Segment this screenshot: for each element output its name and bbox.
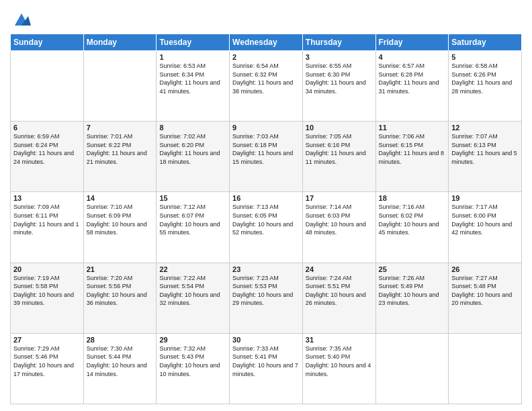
day-info: Sunrise: 7:19 AMSunset: 5:58 PMDaylight:… — [13, 274, 81, 308]
calendar-cell: 26Sunrise: 7:27 AMSunset: 5:48 PMDayligh… — [449, 263, 522, 333]
day-number: 31 — [306, 336, 373, 344]
calendar-cell: 7Sunrise: 7:01 AMSunset: 6:22 PMDaylight… — [83, 122, 157, 192]
page: SundayMondayTuesdayWednesdayThursdayFrid… — [0, 0, 532, 411]
day-info: Sunrise: 7:27 AMSunset: 5:48 PMDaylight:… — [451, 274, 519, 308]
calendar-cell: 16Sunrise: 7:13 AMSunset: 6:05 PMDayligh… — [230, 192, 303, 263]
day-number: 9 — [232, 124, 300, 132]
day-info: Sunrise: 7:20 AMSunset: 5:56 PMDaylight:… — [87, 274, 154, 308]
calendar-cell — [83, 51, 157, 122]
day-number: 26 — [451, 265, 519, 273]
day-info: Sunrise: 7:23 AMSunset: 5:53 PMDaylight:… — [232, 274, 300, 308]
day-number: 19 — [451, 194, 519, 202]
day-info: Sunrise: 6:55 AMSunset: 6:30 PMDaylight:… — [306, 62, 373, 95]
day-info: Sunrise: 7:06 AMSunset: 6:15 PMDaylight:… — [379, 132, 446, 166]
weekday-friday: Friday — [375, 34, 449, 51]
day-number: 23 — [232, 265, 300, 273]
calendar-cell — [449, 333, 522, 404]
calendar-cell: 24Sunrise: 7:24 AMSunset: 5:51 PMDayligh… — [302, 263, 375, 333]
calendar-cell — [11, 51, 84, 122]
calendar-cell: 20Sunrise: 7:19 AMSunset: 5:58 PMDayligh… — [11, 263, 84, 333]
day-number: 28 — [87, 336, 154, 344]
calendar-cell: 22Sunrise: 7:22 AMSunset: 5:54 PMDayligh… — [157, 263, 230, 333]
calendar-cell: 9Sunrise: 7:03 AMSunset: 6:18 PMDaylight… — [230, 122, 303, 192]
day-number: 10 — [306, 124, 373, 132]
day-info: Sunrise: 6:59 AMSunset: 6:24 PMDaylight:… — [13, 132, 81, 166]
weekday-saturday: Saturday — [449, 34, 522, 51]
weekday-tuesday: Tuesday — [157, 34, 230, 51]
header — [10, 7, 522, 28]
day-number: 21 — [87, 265, 154, 273]
calendar-cell: 29Sunrise: 7:32 AMSunset: 5:43 PMDayligh… — [157, 333, 230, 404]
calendar-cell: 19Sunrise: 7:17 AMSunset: 6:00 PMDayligh… — [449, 192, 522, 263]
day-info: Sunrise: 6:58 AMSunset: 6:26 PMDaylight:… — [451, 62, 519, 95]
day-number: 27 — [13, 336, 81, 344]
day-number: 25 — [379, 265, 446, 273]
calendar-cell: 10Sunrise: 7:05 AMSunset: 6:16 PMDayligh… — [302, 122, 375, 192]
day-info: Sunrise: 6:57 AMSunset: 6:28 PMDaylight:… — [379, 62, 446, 95]
week-row-5: 27Sunrise: 7:29 AMSunset: 5:46 PMDayligh… — [11, 333, 522, 404]
day-info: Sunrise: 7:07 AMSunset: 6:13 PMDaylight:… — [451, 132, 519, 166]
day-info: Sunrise: 7:22 AMSunset: 5:54 PMDaylight:… — [159, 274, 226, 308]
calendar-cell: 4Sunrise: 6:57 AMSunset: 6:28 PMDaylight… — [375, 51, 449, 122]
day-number: 11 — [379, 124, 446, 132]
day-info: Sunrise: 7:17 AMSunset: 6:00 PMDaylight:… — [451, 203, 519, 236]
weekday-monday: Monday — [83, 34, 157, 51]
day-number: 30 — [232, 336, 300, 344]
day-number: 17 — [306, 194, 373, 202]
week-row-2: 6Sunrise: 6:59 AMSunset: 6:24 PMDaylight… — [11, 122, 522, 192]
day-number: 6 — [13, 124, 81, 132]
day-number: 2 — [232, 53, 300, 61]
week-row-1: 1Sunrise: 6:53 AMSunset: 6:34 PMDaylight… — [11, 51, 522, 122]
calendar-cell: 11Sunrise: 7:06 AMSunset: 6:15 PMDayligh… — [375, 122, 449, 192]
calendar-cell: 15Sunrise: 7:12 AMSunset: 6:07 PMDayligh… — [157, 192, 230, 263]
calendar-cell: 12Sunrise: 7:07 AMSunset: 6:13 PMDayligh… — [449, 122, 522, 192]
day-number: 3 — [306, 53, 373, 61]
day-info: Sunrise: 7:14 AMSunset: 6:03 PMDaylight:… — [306, 203, 373, 236]
day-number: 18 — [379, 194, 446, 202]
calendar-cell: 17Sunrise: 7:14 AMSunset: 6:03 PMDayligh… — [302, 192, 375, 263]
calendar-cell: 13Sunrise: 7:09 AMSunset: 6:11 PMDayligh… — [11, 192, 84, 263]
calendar-cell: 8Sunrise: 7:02 AMSunset: 6:20 PMDaylight… — [157, 122, 230, 192]
day-info: Sunrise: 7:05 AMSunset: 6:16 PMDaylight:… — [306, 132, 373, 166]
day-info: Sunrise: 7:02 AMSunset: 6:20 PMDaylight:… — [159, 132, 226, 166]
day-number: 24 — [306, 265, 373, 273]
day-info: Sunrise: 7:30 AMSunset: 5:44 PMDaylight:… — [87, 345, 154, 378]
calendar-cell: 1Sunrise: 6:53 AMSunset: 6:34 PMDaylight… — [157, 51, 230, 122]
calendar-cell: 28Sunrise: 7:30 AMSunset: 5:44 PMDayligh… — [83, 333, 157, 404]
day-info: Sunrise: 7:35 AMSunset: 5:40 PMDaylight:… — [306, 345, 373, 378]
calendar-cell: 5Sunrise: 6:58 AMSunset: 6:26 PMDaylight… — [449, 51, 522, 122]
logo-icon — [12, 9, 31, 28]
calendar-cell: 3Sunrise: 6:55 AMSunset: 6:30 PMDaylight… — [302, 51, 375, 122]
day-info: Sunrise: 6:53 AMSunset: 6:34 PMDaylight:… — [159, 62, 226, 95]
weekday-wednesday: Wednesday — [230, 34, 303, 51]
day-number: 4 — [379, 53, 446, 61]
weekday-sunday: Sunday — [11, 34, 84, 51]
day-number: 20 — [13, 265, 81, 273]
day-info: Sunrise: 7:16 AMSunset: 6:02 PMDaylight:… — [379, 203, 446, 236]
day-number: 8 — [159, 124, 226, 132]
day-info: Sunrise: 7:03 AMSunset: 6:18 PMDaylight:… — [232, 132, 300, 166]
calendar-cell: 27Sunrise: 7:29 AMSunset: 5:46 PMDayligh… — [11, 333, 84, 404]
calendar-cell: 31Sunrise: 7:35 AMSunset: 5:40 PMDayligh… — [302, 333, 375, 404]
day-info: Sunrise: 7:10 AMSunset: 6:09 PMDaylight:… — [87, 203, 154, 236]
day-number: 5 — [451, 53, 519, 61]
day-info: Sunrise: 7:26 AMSunset: 5:49 PMDaylight:… — [379, 274, 446, 308]
day-info: Sunrise: 7:13 AMSunset: 6:05 PMDaylight:… — [232, 203, 300, 236]
calendar-cell: 14Sunrise: 7:10 AMSunset: 6:09 PMDayligh… — [83, 192, 157, 263]
day-info: Sunrise: 7:09 AMSunset: 6:11 PMDaylight:… — [13, 203, 81, 236]
calendar-cell: 21Sunrise: 7:20 AMSunset: 5:56 PMDayligh… — [83, 263, 157, 333]
day-number: 29 — [159, 336, 226, 344]
day-number: 15 — [159, 194, 226, 202]
day-info: Sunrise: 7:33 AMSunset: 5:41 PMDaylight:… — [232, 345, 300, 378]
calendar-cell: 18Sunrise: 7:16 AMSunset: 6:02 PMDayligh… — [375, 192, 449, 263]
calendar-cell: 30Sunrise: 7:33 AMSunset: 5:41 PMDayligh… — [230, 333, 303, 404]
day-number: 7 — [87, 124, 154, 132]
day-info: Sunrise: 6:54 AMSunset: 6:32 PMDaylight:… — [232, 62, 300, 95]
day-info: Sunrise: 7:24 AMSunset: 5:51 PMDaylight:… — [306, 274, 373, 308]
weekday-header-row: SundayMondayTuesdayWednesdayThursdayFrid… — [11, 34, 522, 51]
day-info: Sunrise: 7:29 AMSunset: 5:46 PMDaylight:… — [13, 345, 81, 378]
calendar-cell — [375, 333, 449, 404]
day-info: Sunrise: 7:01 AMSunset: 6:22 PMDaylight:… — [87, 132, 154, 166]
calendar-cell: 2Sunrise: 6:54 AMSunset: 6:32 PMDaylight… — [230, 51, 303, 122]
day-info: Sunrise: 7:32 AMSunset: 5:43 PMDaylight:… — [159, 345, 226, 378]
